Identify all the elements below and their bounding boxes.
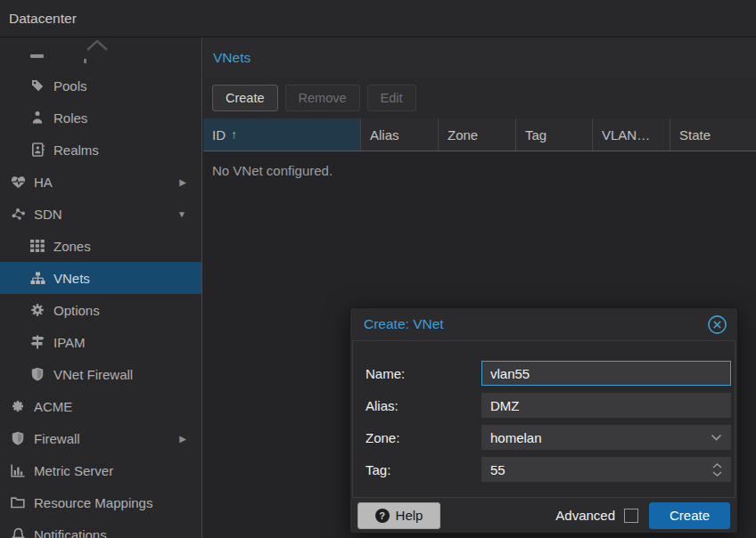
edit-button[interactable]: Edit [367,85,416,111]
table-header-row: ID ↑ Alias Zone Tag VLAN… State [203,118,756,151]
sidebar-item-label: ACME [34,399,72,414]
sidebar-item-ipam[interactable]: IPAM [0,326,201,358]
name-input[interactable] [481,361,731,386]
zone-label: Zone: [366,430,481,445]
sidebar-item-roles[interactable]: Roles [0,102,201,134]
sidebar-item-resource-mappings[interactable]: Resource Mappings [0,486,201,518]
create-vnet-dialog: Create: VNet Name: Alias: Zone: homelan … [349,307,738,534]
column-header-zone[interactable]: Zone [438,118,515,151]
sidebar-item-label: Zones [53,239,91,254]
toolbar: Create Remove Edit [203,77,756,118]
form-row-tag: Tag: 55 [366,457,735,482]
form-row-name: Name: [366,361,735,386]
top-bar: Datacenter [0,0,756,37]
spinner-up-icon[interactable] [712,463,722,469]
help-button[interactable]: ? Help [357,502,440,529]
sidebar-nav: Pools Roles Realms HA ▶ SDN ▼ Zones [0,37,202,538]
shield-icon [9,431,27,445]
sidebar-item-pools[interactable]: Pools [0,69,201,102]
dialog-title: Create: VNet [364,316,707,332]
sidebar-item-metric-server[interactable]: Metric Server [0,454,201,486]
sidebar-item-label: Firewall [34,431,80,446]
chevron-up-icon [86,39,109,55]
gear-icon [29,303,46,317]
sidebar-item-zones[interactable]: Zones [0,230,201,262]
sitemap-icon [29,271,46,285]
name-label: Name: [366,366,481,381]
bell-icon [9,527,27,538]
column-header-state[interactable]: State [670,118,756,151]
alias-label: Alias: [366,398,481,413]
address-book-icon [29,143,46,157]
dialog-titlebar: Create: VNet [350,308,737,340]
sort-ascending-icon: ↑ [231,127,237,142]
form-row-zone: Zone: homelan [366,425,735,450]
sidebar-item-label: IPAM [53,335,86,350]
user-icon [29,110,46,125]
sidebar-item-label: Resource Mappings [34,495,152,510]
heartbeat-icon [9,175,27,189]
sidebar-item-label: HA [34,175,53,190]
sidebar-item-realms[interactable]: Realms [0,134,201,166]
sdn-nodes-icon [9,207,27,221]
map-signs-icon [29,335,46,349]
create-button[interactable]: Create [212,85,278,111]
advanced-checkbox[interactable] [624,509,638,523]
sidebar-item-label: SDN [34,207,62,222]
dialog-form: Name: Alias: Zone: homelan Tag: 55 [352,340,735,498]
sidebar-item-partial[interactable] [0,37,201,69]
chevron-down-icon: ▼ [177,209,186,219]
spinner-down-icon[interactable] [712,471,722,477]
tag-label: Tag: [366,462,481,477]
shield-icon [29,367,46,381]
tag-value: 55 [490,462,505,477]
sidebar-item-label: Metric Server [34,463,113,478]
advanced-label: Advanced [555,508,615,523]
window-title: Datacenter [9,11,77,27]
sidebar-item-label: Notifications [34,527,107,538]
panel-header: VNets [203,37,756,77]
sidebar-item-label: Roles [53,110,87,126]
panel-title: VNets [213,50,251,66]
zone-value: homelan [490,430,542,445]
alias-input[interactable] [481,393,731,418]
remove-button[interactable]: Remove [285,85,360,111]
sidebar-item-firewall[interactable]: Firewall ▶ [0,422,201,454]
dialog-footer: ? Help Advanced Create [350,498,737,533]
sidebar-item-label: Realms [53,143,99,158]
sidebar-item-label: Pools [53,78,87,94]
sidebar-item-options[interactable]: Options [0,294,201,326]
form-row-alias: Alias: [366,393,735,418]
empty-table-message: No VNet configured. [212,163,333,178]
chart-bar-icon [9,463,27,477]
folder-icon [9,495,27,509]
grid-icon [29,239,46,253]
certificate-icon [9,399,27,413]
tag-spinner-field[interactable]: 55 [481,457,731,482]
question-circle-icon: ? [375,509,390,523]
column-header-vlan[interactable]: VLAN… [592,118,670,151]
dropdown-chevron-icon[interactable] [711,426,722,449]
column-header-id[interactable]: ID ↑ [203,118,360,151]
close-icon[interactable] [707,314,727,335]
sidebar-item-label: Options [53,303,100,318]
sidebar-item-acme[interactable]: ACME [0,390,201,422]
sidebar-item-vnets[interactable]: VNets [0,262,201,294]
clipped-text-fragment [84,59,86,63]
dialog-create-button[interactable]: Create [649,502,730,529]
sidebar-item-ha[interactable]: HA ▶ [0,166,201,198]
sidebar-item-notifications[interactable]: Notifications [0,518,201,538]
zone-dropdown[interactable]: homelan [481,425,731,450]
sidebar-item-label: VNets [53,271,90,286]
sidebar-item-vnet-firewall[interactable]: VNet Firewall [0,358,201,390]
chevron-right-icon: ▶ [179,434,186,444]
clipped-icon-fragment [30,54,44,58]
chevron-right-icon: ▶ [179,177,186,187]
tags-icon [29,78,46,93]
sidebar-item-label: VNet Firewall [53,367,133,382]
sidebar-item-sdn[interactable]: SDN ▼ [0,198,201,230]
column-header-tag[interactable]: Tag [515,118,592,151]
column-header-alias[interactable]: Alias [360,118,438,151]
